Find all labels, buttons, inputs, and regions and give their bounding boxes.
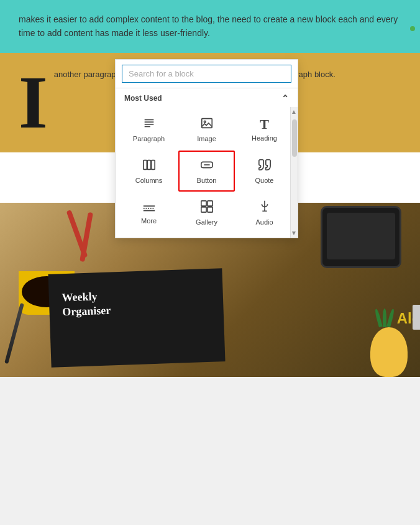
- scroll-up-arrow[interactable]: ▲: [291, 108, 297, 115]
- svg-rect-17: [207, 207, 212, 212]
- block-label-paragraph: Paragraph: [133, 135, 165, 142]
- leaf-2: [383, 309, 386, 327]
- pineapple-body: [370, 327, 408, 377]
- svg-rect-6: [143, 160, 147, 170]
- block-label-button: Button: [197, 177, 217, 184]
- leaf-3: [386, 309, 395, 328]
- scroll-down-arrow[interactable]: ▼: [291, 230, 297, 236]
- side-handle[interactable]: [413, 305, 420, 330]
- collapse-icon[interactable]: ⌃: [281, 93, 289, 103]
- block-item-gallery[interactable]: Gallery: [178, 193, 235, 233]
- pen-decor: [4, 303, 24, 364]
- button-block-icon: [200, 158, 214, 174]
- block-label-more: More: [141, 217, 157, 225]
- image-icon: [200, 116, 214, 132]
- block-search-input[interactable]: [122, 65, 291, 83]
- drop-cap-letter: I: [19, 65, 48, 140]
- block-item-columns[interactable]: Columns: [121, 151, 177, 192]
- scroll-thumb: [292, 119, 297, 157]
- svg-rect-15: [207, 201, 212, 206]
- organiser-label: Organiser: [62, 304, 111, 320]
- audio-icon: [259, 200, 270, 215]
- block-item-paragraph[interactable]: Paragraph: [121, 109, 177, 149]
- weekly-label: Weekly: [62, 289, 111, 305]
- heading-icon: T: [260, 118, 269, 131]
- quote-icon: [258, 158, 272, 174]
- block-item-more[interactable]: More: [121, 193, 177, 233]
- tablet-screen: [327, 213, 395, 259]
- block-label-image: Image: [197, 135, 216, 142]
- svg-rect-16: [201, 207, 206, 212]
- block-item-audio[interactable]: Audio: [236, 193, 293, 233]
- block-label-heading: Heading: [252, 134, 277, 142]
- block-label-audio: Audio: [255, 218, 273, 226]
- notebook-text: Weekly Organiser: [62, 289, 111, 319]
- top-paragraph: makes it easier to add complex content t…: [19, 12, 401, 40]
- more-icon: [142, 202, 156, 214]
- block-label-columns: Columns: [135, 177, 162, 184]
- block-grid-scroll[interactable]: Paragraph Image: [116, 107, 298, 238]
- block-label-quote: Quote: [255, 177, 274, 184]
- block-picker-dropdown: Most Used ⌃: [115, 59, 298, 238]
- dot-indicator: [410, 26, 415, 31]
- columns-icon: [142, 158, 156, 174]
- block-label-gallery: Gallery: [196, 218, 217, 226]
- tablet-decor: [321, 206, 401, 268]
- top-text-block: makes it easier to add complex content t…: [0, 0, 420, 53]
- block-item-heading[interactable]: T Heading: [236, 109, 293, 149]
- scroll-indicator: ▲ ▼: [290, 107, 298, 238]
- block-item-image[interactable]: Image: [178, 109, 235, 149]
- paragraph-icon: [142, 116, 156, 132]
- svg-rect-14: [201, 201, 206, 206]
- leaf-1: [374, 309, 383, 328]
- svg-rect-7: [147, 160, 151, 170]
- block-item-quote[interactable]: Quote: [236, 151, 293, 192]
- svg-rect-8: [151, 160, 155, 170]
- svg-rect-4: [201, 119, 212, 128]
- most-used-header: Most Used ⌃: [116, 88, 298, 107]
- svg-point-5: [204, 121, 206, 123]
- most-used-label: Most Used: [124, 94, 162, 103]
- block-grid: Paragraph Image: [116, 107, 298, 238]
- notebook-decor: Weekly Organiser: [50, 271, 408, 371]
- block-picker-search-area: [116, 60, 298, 88]
- page-wrapper: makes it easier to add complex content t…: [0, 0, 420, 377]
- gallery-icon: [200, 200, 214, 215]
- block-item-button[interactable]: Button: [178, 151, 235, 192]
